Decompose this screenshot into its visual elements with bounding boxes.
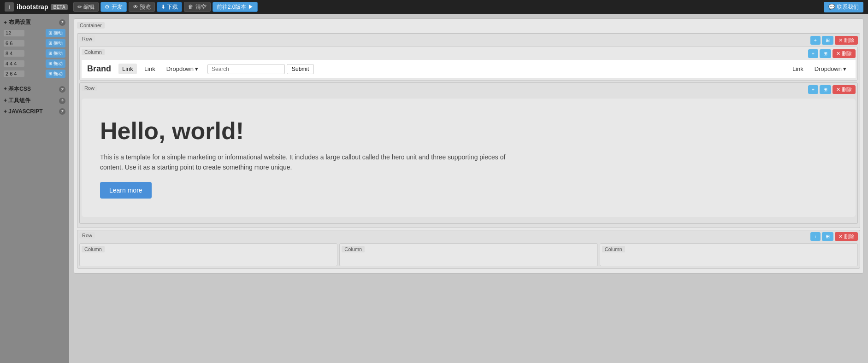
row-box-bottom: Row + ⊞ ✕ 删除 Column Column Column bbox=[77, 230, 860, 269]
plus-icon: + bbox=[4, 19, 7, 26]
container-box: Container Row + ⊞ ✕ 删除 Column bbox=[74, 18, 863, 274]
nav-submit-button[interactable]: Submit bbox=[287, 64, 314, 74]
bottom-columns: Column Column Column bbox=[79, 243, 858, 266]
layout-264: 2 6 4 ⊞ 拖动 bbox=[0, 69, 69, 79]
widget-section[interactable]: + 工具组件 ? bbox=[0, 95, 69, 106]
nav-right-link[interactable]: Link bbox=[789, 64, 807, 74]
css-help-icon[interactable]: ? bbox=[59, 86, 65, 93]
beta-badge: BETA bbox=[51, 4, 67, 10]
row-box-1: Row + ⊞ ✕ 删除 Column + ⊞ ✕ 删除 bbox=[77, 33, 860, 228]
bottom-col-3-label: Column bbox=[602, 246, 625, 252]
row-edit-button-1[interactable]: ⊞ bbox=[822, 36, 833, 45]
widget-help-icon[interactable]: ? bbox=[59, 98, 65, 104]
download-button[interactable]: ⬇ 下载 bbox=[157, 2, 182, 12]
layout-84-label: 8 4 bbox=[4, 50, 24, 57]
layout-444-label: 4 4 4 bbox=[4, 60, 24, 67]
layout-12: 12 ⊞ 拖动 bbox=[0, 28, 69, 38]
dev-button[interactable]: ⚙ 开发 bbox=[100, 2, 126, 12]
layout-12-label: 12 bbox=[4, 30, 24, 36]
column-actions-navbar: + ⊞ ✕ 删除 bbox=[808, 49, 856, 58]
row-delete-button-bottom[interactable]: ✕ 删除 bbox=[835, 232, 858, 241]
widget-section-label: + 工具组件 bbox=[4, 97, 30, 105]
hero-title: Hello, world! bbox=[100, 117, 837, 145]
row-label-bottom: Row bbox=[79, 232, 95, 239]
css-section-label: + 基本CSS bbox=[4, 85, 31, 93]
main-content: Container Row + ⊞ ✕ 删除 Column bbox=[69, 14, 868, 363]
column-label-navbar: Column bbox=[82, 49, 105, 55]
row-header-bottom: Row + ⊞ ✕ 删除 bbox=[79, 232, 858, 241]
js-help-icon[interactable]: ? bbox=[59, 108, 65, 115]
row-delete-button-hero[interactable]: ✕ 删除 bbox=[833, 85, 856, 94]
layout-66-label: 6 6 bbox=[4, 40, 24, 47]
nav-link-1[interactable]: Link bbox=[118, 64, 137, 74]
preview-button[interactable]: 👁 预览 bbox=[129, 2, 155, 12]
js-section-label: + JAVASCRIPT bbox=[4, 108, 43, 115]
column-navbar: Column + ⊞ ✕ 删除 Brand Link Link Dro bbox=[79, 47, 858, 81]
row-label-1: Row bbox=[79, 35, 95, 42]
navbar-right: Link Dropdown ▾ bbox=[789, 64, 850, 74]
row-actions-hero: + ⊞ ✕ 删除 bbox=[808, 85, 856, 94]
layout-444: 4 4 4 ⊞ 拖动 bbox=[0, 59, 69, 69]
drag-264-button[interactable]: ⊞ 拖动 bbox=[46, 70, 65, 78]
row-label-hero: Row bbox=[82, 85, 97, 91]
row-delete-button-1[interactable]: ✕ 删除 bbox=[835, 36, 858, 45]
hero-description: This is a template for a simple marketin… bbox=[100, 152, 515, 173]
row-header-1: Row + ⊞ ✕ 删除 bbox=[79, 35, 858, 45]
col-delete-button[interactable]: ✕ 删除 bbox=[833, 49, 856, 58]
logo-text: ibootstrap bbox=[17, 3, 48, 11]
contact-button[interactable]: 💬 联系我们 bbox=[824, 2, 863, 12]
nav-right-dropdown[interactable]: Dropdown ▾ bbox=[811, 64, 850, 74]
edit-button[interactable]: ✏ 编辑 bbox=[73, 2, 99, 12]
row-add-button-bottom[interactable]: + bbox=[810, 232, 821, 241]
layout-84: 8 4 ⊞ 拖动 bbox=[0, 48, 69, 59]
navbar-brand: Brand bbox=[87, 64, 111, 74]
version-button[interactable]: 前往2.0版本 ▶ bbox=[213, 2, 258, 12]
logo-icon: i bbox=[5, 2, 14, 12]
row-actions-1: + ⊞ ✕ 删除 bbox=[810, 36, 858, 45]
layout-section: + 布局设置 ? bbox=[0, 17, 69, 28]
bottom-col-1: Column bbox=[79, 243, 337, 266]
nav-right-dropdown-label: Dropdown bbox=[815, 65, 842, 72]
css-section[interactable]: + 基本CSS ? bbox=[0, 83, 69, 95]
topbar: i ibootstrap BETA ✏ 编辑 ⚙ 开发 👁 预览 ⬇ 下载 🗑 … bbox=[0, 0, 868, 14]
main-layout: + 布局设置 ? 12 ⊞ 拖动 6 6 ⊞ 拖动 8 4 ⊞ 拖动 4 4 4… bbox=[0, 14, 868, 363]
sidebar: + 布局设置 ? 12 ⊞ 拖动 6 6 ⊞ 拖动 8 4 ⊞ 拖动 4 4 4… bbox=[0, 14, 69, 363]
bottom-col-2: Column bbox=[339, 243, 597, 266]
row-box-hero: Row + ⊞ ✕ 删除 Hello, world! This is a tem… bbox=[79, 82, 858, 224]
drag-12-button[interactable]: ⊞ 拖动 bbox=[46, 29, 65, 37]
nav-search-form: Submit bbox=[207, 64, 314, 74]
nav-right-dropdown-icon: ▾ bbox=[843, 65, 846, 72]
logo: i ibootstrap BETA bbox=[5, 2, 68, 12]
row-actions-bottom: + ⊞ ✕ 删除 bbox=[810, 232, 858, 241]
row-header-hero: Row + ⊞ ✕ 删除 bbox=[82, 85, 856, 94]
layout-264-label: 2 6 4 bbox=[4, 70, 24, 77]
js-section[interactable]: + JAVASCRIPT ? bbox=[0, 106, 69, 117]
clear-button[interactable]: 🗑 清空 bbox=[184, 2, 210, 12]
row-add-button-hero[interactable]: + bbox=[808, 85, 818, 94]
navbar-preview: Brand Link Link Dropdown ▾ Submit Link bbox=[82, 60, 856, 78]
row-edit-button-bottom[interactable]: ⊞ bbox=[822, 232, 833, 241]
bottom-col-1-label: Column bbox=[82, 246, 105, 252]
layout-66: 6 6 ⊞ 拖动 bbox=[0, 38, 69, 48]
col-add-button[interactable]: + bbox=[808, 49, 818, 58]
col-edit-button[interactable]: ⊞ bbox=[820, 49, 831, 58]
nav-dropdown-1-icon: ▾ bbox=[195, 65, 198, 72]
row-add-button-1[interactable]: + bbox=[810, 36, 821, 45]
bottom-col-3: Column bbox=[600, 243, 858, 266]
hero-learn-more-button[interactable]: Learn more bbox=[100, 182, 152, 199]
layout-help-icon[interactable]: ? bbox=[59, 19, 65, 26]
nav-search-input[interactable] bbox=[207, 64, 285, 74]
hero-unit: Hello, world! This is a template for a s… bbox=[82, 99, 856, 217]
drag-444-button[interactable]: ⊞ 拖动 bbox=[46, 59, 65, 68]
drag-84-button[interactable]: ⊞ 拖动 bbox=[46, 49, 65, 58]
container-label: Container bbox=[77, 22, 105, 29]
row-edit-button-hero[interactable]: ⊞ bbox=[820, 85, 831, 94]
nav-link-2[interactable]: Link bbox=[141, 64, 159, 74]
drag-66-button[interactable]: ⊞ 拖动 bbox=[46, 39, 65, 47]
nav-dropdown-1[interactable]: Dropdown ▾ bbox=[163, 64, 202, 74]
layout-section-label: 布局设置 bbox=[9, 18, 31, 26]
nav-dropdown-1-label: Dropdown bbox=[166, 65, 194, 72]
bottom-col-2-label: Column bbox=[342, 246, 365, 252]
